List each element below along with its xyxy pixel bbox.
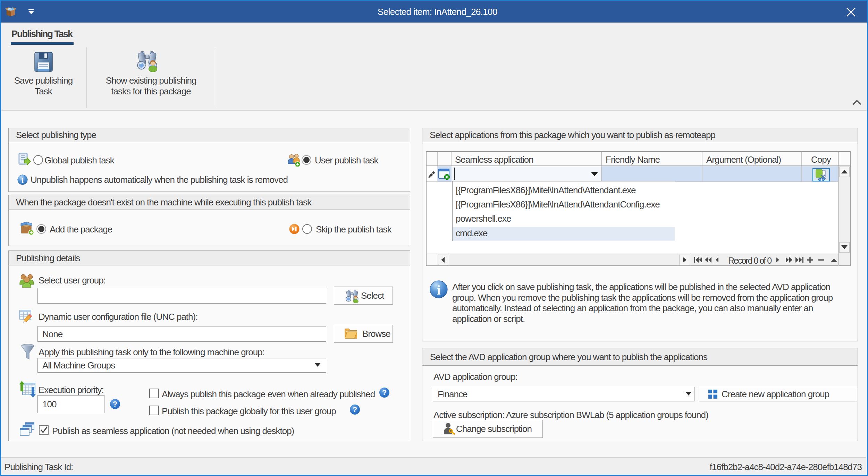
svg-text:i: i	[437, 283, 441, 297]
svg-text:i: i	[22, 176, 24, 185]
